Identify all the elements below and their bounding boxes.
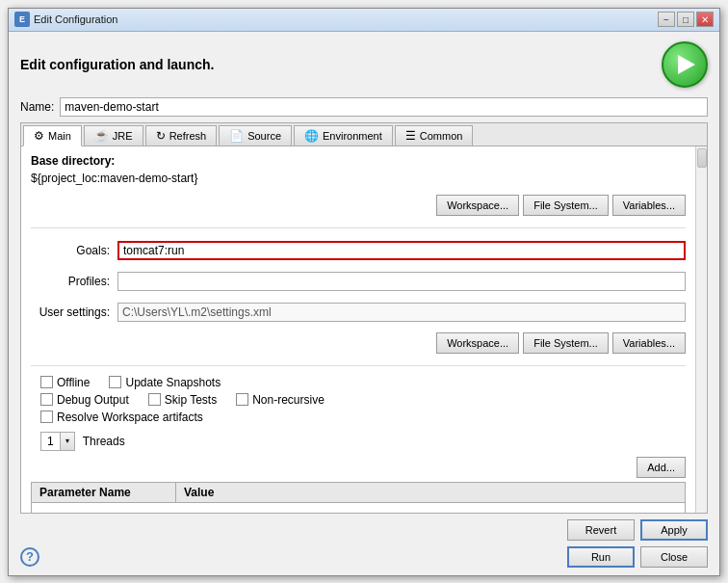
- tab-env-label: Environment: [323, 130, 382, 142]
- run-button[interactable]: Run: [567, 546, 635, 568]
- minimize-button[interactable]: −: [658, 12, 675, 27]
- base-dir-label: Base directory:: [31, 154, 686, 168]
- jre-tab-icon: ☕: [94, 129, 109, 143]
- tab-refresh-label: Refresh: [169, 130, 207, 142]
- divider-1: [31, 227, 686, 228]
- run-icon-button[interactable]: [662, 41, 708, 88]
- scroll-thumb[interactable]: [697, 148, 707, 168]
- threads-dropdown[interactable]: 1 ▾: [40, 432, 75, 451]
- main-panel: ⚙ Main ☕ JRE ↻ Refresh 📄 Source 🌐 En: [20, 122, 708, 514]
- debug-output-checkbox[interactable]: Debug Output: [40, 393, 129, 407]
- button-row-1: Workspace... File System... Variables...: [31, 195, 686, 216]
- non-recursive-checkbox[interactable]: Non-recursive: [236, 393, 325, 407]
- maximize-button[interactable]: □: [677, 12, 694, 27]
- close-button[interactable]: ✕: [696, 12, 714, 27]
- threads-value: 1: [41, 433, 61, 450]
- filesystem-btn-1[interactable]: File System...: [523, 195, 609, 216]
- tab-common[interactable]: ☰ Common: [395, 125, 474, 146]
- window-controls: − □ ✕: [658, 12, 714, 27]
- update-snapshots-label: Update Snapshots: [125, 376, 221, 389]
- skip-tests-checkbox[interactable]: Skip Tests: [148, 393, 217, 407]
- params-col-value: Value: [176, 483, 685, 502]
- tab-jre-label: JRE: [113, 130, 133, 142]
- user-settings-label: User settings:: [31, 305, 117, 319]
- workspace-btn-2[interactable]: Workspace...: [436, 332, 519, 354]
- header-title: Edit configuration and launch.: [20, 57, 662, 72]
- profiles-row: Profiles:: [31, 272, 686, 291]
- user-settings-input[interactable]: [117, 303, 686, 322]
- variables-btn-2[interactable]: Variables...: [612, 332, 686, 354]
- base-dir-section: Base directory: ${project_loc:maven-demo…: [31, 154, 686, 187]
- threads-row: 1 ▾ Threads: [31, 432, 686, 451]
- profiles-input[interactable]: [117, 272, 686, 291]
- base-dir-value: ${project_loc:maven-demo-start}: [31, 170, 686, 187]
- env-tab-icon: 🌐: [304, 129, 319, 143]
- params-table: Parameter Name Value: [31, 482, 686, 513]
- close-dialog-button[interactable]: Close: [640, 546, 708, 568]
- offline-checkbox-box[interactable]: [40, 376, 53, 388]
- params-header: Parameter Name Value: [32, 483, 685, 503]
- main-window: E Edit Configuration − □ ✕ Edit configur…: [8, 8, 720, 576]
- tab-source[interactable]: 📄 Source: [219, 125, 292, 146]
- window-icon: E: [14, 12, 30, 27]
- checkboxes-section: Offline Update Snapshots Debug Output: [31, 376, 686, 424]
- tabs-bar: ⚙ Main ☕ JRE ↻ Refresh 📄 Source 🌐 En: [21, 123, 707, 146]
- source-tab-icon: 📄: [229, 129, 244, 143]
- scrollbar[interactable]: [695, 146, 707, 513]
- user-settings-row: User settings:: [31, 303, 686, 322]
- resolve-workspace-checkbox[interactable]: Resolve Workspace artifacts: [40, 411, 203, 424]
- resolve-workspace-label: Resolve Workspace artifacts: [57, 411, 203, 424]
- name-input[interactable]: [60, 97, 708, 117]
- skip-tests-label: Skip Tests: [165, 393, 217, 407]
- window-title: Edit Configuration: [34, 13, 658, 25]
- help-button[interactable]: ?: [20, 547, 39, 567]
- name-row: Name:: [20, 97, 708, 117]
- offline-label: Offline: [57, 376, 90, 389]
- offline-checkbox[interactable]: Offline: [40, 376, 90, 389]
- debug-output-checkbox-box[interactable]: [40, 393, 53, 406]
- panel-with-scroll: Base directory: ${project_loc:maven-demo…: [21, 146, 707, 513]
- revert-button[interactable]: Revert: [567, 519, 635, 541]
- params-col-name: Parameter Name: [32, 483, 176, 502]
- play-icon: [678, 55, 695, 74]
- non-recursive-label: Non-recursive: [252, 393, 325, 407]
- non-recursive-checkbox-box[interactable]: [236, 393, 248, 406]
- filesystem-btn-2[interactable]: File System...: [523, 332, 609, 354]
- bottom-buttons: Revert Apply: [20, 519, 708, 541]
- workspace-btn-1[interactable]: Workspace...: [436, 195, 519, 216]
- title-bar: E Edit Configuration − □ ✕: [9, 9, 719, 32]
- params-body: [32, 503, 685, 513]
- apply-button[interactable]: Apply: [640, 519, 708, 541]
- tab-refresh[interactable]: ↻ Refresh: [145, 125, 218, 146]
- update-snapshots-checkbox-box[interactable]: [109, 376, 121, 388]
- tab-source-label: Source: [247, 130, 281, 142]
- update-snapshots-checkbox[interactable]: Update Snapshots: [109, 376, 221, 389]
- checkbox-row-3: Resolve Workspace artifacts: [40, 411, 686, 424]
- header-row: Edit configuration and launch.: [20, 41, 708, 88]
- checkbox-row-2: Debug Output Skip Tests Non-recursive: [40, 393, 686, 407]
- threads-label: Threads: [83, 435, 125, 448]
- footer-row: ? Run Close: [20, 546, 708, 568]
- footer-right: Run Close: [39, 546, 708, 568]
- threads-arrow-icon[interactable]: ▾: [61, 433, 74, 450]
- tab-content-main: Base directory: ${project_loc:maven-demo…: [21, 146, 695, 513]
- divider-2: [31, 365, 686, 366]
- refresh-tab-icon: ↻: [156, 129, 166, 143]
- tab-environment[interactable]: 🌐 Environment: [294, 125, 393, 146]
- button-row-2: Workspace... File System... Variables...: [31, 332, 686, 354]
- common-tab-icon: ☰: [405, 129, 416, 143]
- checkbox-row-1: Offline Update Snapshots: [40, 376, 686, 389]
- params-section: Add... Parameter Name Value: [31, 457, 686, 513]
- skip-tests-checkbox-box[interactable]: [148, 393, 161, 406]
- goals-input[interactable]: [117, 241, 686, 260]
- goals-label: Goals:: [31, 244, 117, 257]
- tab-main-label: Main: [48, 130, 71, 142]
- resolve-workspace-checkbox-box[interactable]: [40, 411, 53, 423]
- tab-jre[interactable]: ☕ JRE: [84, 125, 143, 146]
- add-parameter-btn[interactable]: Add...: [637, 457, 686, 478]
- tab-common-label: Common: [420, 130, 463, 142]
- debug-output-label: Debug Output: [57, 393, 129, 407]
- variables-btn-1[interactable]: Variables...: [612, 195, 686, 216]
- tab-main[interactable]: ⚙ Main: [23, 125, 82, 146]
- goals-row: Goals:: [31, 241, 686, 260]
